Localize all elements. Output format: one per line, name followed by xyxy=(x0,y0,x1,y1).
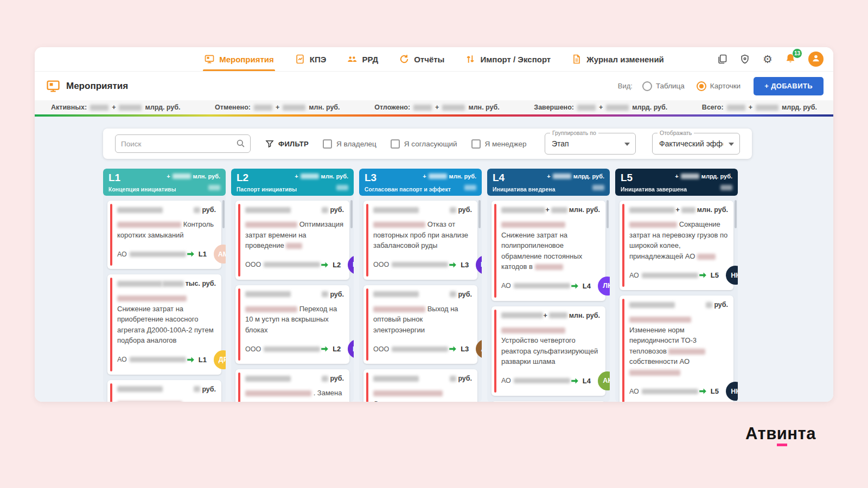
card-stage-label: L4 xyxy=(583,377,591,385)
assignee-avatar: ВД xyxy=(348,255,354,274)
nav-tab[interactable]: Импорт / Экспорт xyxy=(465,47,551,71)
stat-plus: + xyxy=(599,104,603,111)
gear-icon[interactable]: ⚙ xyxy=(762,53,774,65)
initiative-card[interactable]: руб. Контроль коротких замыканий АО L1 А… xyxy=(107,201,221,269)
column-title: Инициатива внедрена xyxy=(493,186,556,192)
search-input[interactable] xyxy=(115,134,251,153)
filter-checkbox[interactable]: Я менеджер xyxy=(471,139,527,149)
initiative-card[interactable]: тыс. руб. Снижение затрат на приобретени… xyxy=(107,274,221,375)
column-body: руб. Оптимизация затрат времени на прове… xyxy=(231,196,354,402)
initiative-card[interactable]: руб. Снижение потребления электроэнергии… xyxy=(107,380,221,402)
card-stage-label: L5 xyxy=(711,387,719,395)
card-organization: АО xyxy=(117,356,186,363)
shield-icon[interactable] xyxy=(739,53,751,65)
initiative-card[interactable]: руб. . Внедрение предварительного обжига… xyxy=(492,401,605,402)
assignee-avatar: ВД xyxy=(348,339,354,358)
scrollbar-thumb[interactable] xyxy=(478,200,481,228)
blurred-text xyxy=(549,312,567,318)
group-by-select[interactable]: Группировать по Этап xyxy=(545,133,636,155)
display-select[interactable]: Отображать Фактический эффе... xyxy=(652,133,740,155)
initiative-card[interactable]: +млн. руб. Устройство четвертого реактор… xyxy=(492,306,605,396)
nav-tab[interactable]: Журнал изменений xyxy=(571,47,664,71)
card-stage-label: L5 xyxy=(711,271,719,279)
blurred-text xyxy=(629,222,677,228)
initiative-card[interactable]: руб. Изменение норм периодичности ТО-3 т… xyxy=(620,296,733,402)
stat-unit: млн. руб. xyxy=(468,104,499,111)
blurred-text xyxy=(286,243,302,249)
view-toggle: Таблица Карточки xyxy=(642,81,741,91)
column-amount-blurred xyxy=(681,174,699,179)
initiative-card[interactable]: руб. . Замена насосов импортного произво… xyxy=(235,369,349,402)
card-description: Переход на 10 м уступ на вскрышных блока… xyxy=(245,304,344,336)
org-name-blurred xyxy=(392,262,448,267)
pages-icon[interactable] xyxy=(716,53,728,65)
initiative-card[interactable]: руб. Отказ от повторных проб при анализе… xyxy=(363,201,477,280)
nav-tab[interactable]: РРД xyxy=(347,47,378,71)
card-description: Изменение норм периодичности ТО-3 теплов… xyxy=(629,314,728,377)
org-name-blurred xyxy=(130,252,186,257)
filter-checkbox[interactable]: Я владелец xyxy=(323,139,376,149)
card-stage-label: L1 xyxy=(199,250,207,258)
card-organization: ООО xyxy=(245,345,320,353)
stat-count-blurred xyxy=(727,105,745,111)
card-value: +млн. руб. xyxy=(675,206,728,214)
stat-amount-blurred xyxy=(119,105,142,111)
stat-plus: + xyxy=(435,104,439,111)
filter-bar: ФИЛЬТР Я владелец Я согласующий Я менедж… xyxy=(103,129,752,159)
card-id-blurred xyxy=(117,386,163,392)
initiative-card[interactable]: руб. Переход на 10 м уступ на вскрышных … xyxy=(235,285,349,364)
checkbox-label: Я согласующий xyxy=(404,140,457,148)
page-header: Мероприятия Вид: Таблица Карточки + ДОБА… xyxy=(35,71,833,100)
scrollbar-thumb[interactable] xyxy=(350,200,353,228)
card-value: руб. xyxy=(322,375,344,382)
blurred-text xyxy=(629,317,691,323)
initiative-card[interactable]: +млн. руб. Сокращение затрат на перевозк… xyxy=(620,201,733,290)
initiative-card[interactable]: руб. Оптимизация затрат времени на прове… xyxy=(235,201,349,280)
nav-tab[interactable]: Мероприятия xyxy=(204,47,274,71)
blurred-text xyxy=(194,207,200,213)
scrollbar-thumb[interactable] xyxy=(222,200,225,228)
blurred-text xyxy=(373,306,425,312)
stat-amount-blurred xyxy=(756,105,778,111)
initiative-card[interactable]: +млн. руб. Снижение затрат на полипропил… xyxy=(492,201,605,301)
card-organization: АО xyxy=(629,272,698,279)
blurred-text xyxy=(501,222,565,228)
initiative-card[interactable]: руб. Организация компенсации электросете… xyxy=(363,369,477,402)
blurred-text xyxy=(535,264,563,270)
user-avatar[interactable] xyxy=(808,52,824,67)
org-name-blurred xyxy=(642,389,698,394)
atvinta-logo: Атвинта xyxy=(745,424,816,444)
blurred-text xyxy=(450,291,456,297)
view-radio[interactable]: Таблица xyxy=(642,81,685,91)
scrollbar-thumb[interactable] xyxy=(607,200,609,228)
card-description: Оптимизация затрат времени на проведение xyxy=(245,219,344,251)
view-radio[interactable]: Карточки xyxy=(697,81,741,91)
column-stage: L1 xyxy=(108,172,120,183)
card-stage-label: L3 xyxy=(461,261,469,269)
bell-glyph xyxy=(784,57,796,66)
nav-tab-label: Отчёты xyxy=(414,55,444,64)
kpi-icon xyxy=(295,54,305,65)
card-value: руб. xyxy=(322,206,344,214)
filter-button[interactable]: ФИЛЬТР xyxy=(265,139,309,149)
org-name-blurred xyxy=(514,283,570,288)
nav-tab[interactable]: Отчёты xyxy=(399,47,444,71)
nav-tab[interactable]: КПЭ xyxy=(295,47,327,71)
column-amount-unit: млн. руб. xyxy=(321,173,348,179)
stat-count-blurred xyxy=(413,105,432,111)
board-title-icon xyxy=(46,79,61,94)
arrow-right-icon xyxy=(698,271,707,280)
nav-tabs: Мероприятия КПЭ РРД Отчёты Импорт / Эксп… xyxy=(204,47,664,71)
blurred-text xyxy=(373,222,425,228)
stat-label: Всего: xyxy=(702,104,724,111)
initiative-card[interactable]: руб. Выход на оптовый рынок электроэнерг… xyxy=(363,285,477,364)
add-button[interactable]: + ДОБАВИТЬ xyxy=(754,77,824,95)
bell-icon[interactable]: 13 xyxy=(784,53,797,66)
scrollbar-thumb[interactable] xyxy=(735,200,737,228)
card-description: . Замена насосов импортного производства… xyxy=(245,388,344,402)
column-amount: + млн. руб. xyxy=(295,173,348,179)
stat-plus: + xyxy=(112,104,116,111)
filter-checkbox[interactable]: Я согласующий xyxy=(391,139,457,149)
column-amount-blurred xyxy=(173,174,191,179)
assignee-avatar: ЛК xyxy=(598,277,610,296)
